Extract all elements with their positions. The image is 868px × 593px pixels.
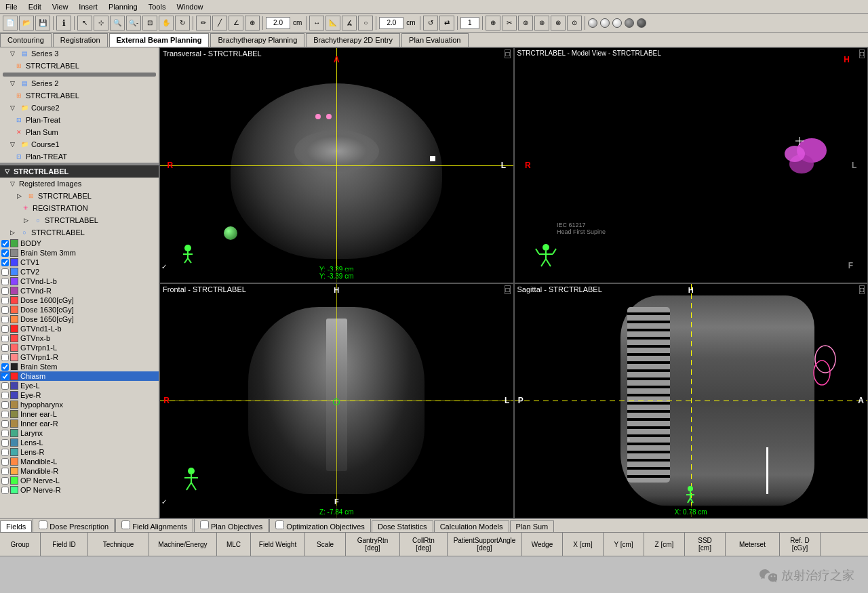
viewport-transversal[interactable]: Transversal - STRCTRLABEL □	[159, 47, 514, 283]
opnervel-check[interactable]	[1, 477, 9, 485]
info-icon[interactable]: ℹ	[56, 16, 71, 30]
struct-gtvrpn1r[interactable]: GTVrpn1-R	[0, 352, 159, 362]
struct-lensr[interactable]: Lens-R	[0, 447, 159, 457]
struct-dose1600[interactable]: Dose 1600[cGy]	[0, 295, 159, 305]
field-tab-opt-objectives[interactable]: Optimization Objectives	[269, 518, 371, 532]
ctv1-check[interactable]	[1, 259, 9, 266]
reset-icon[interactable]: ↺	[423, 16, 438, 30]
line-icon[interactable]: ╱	[212, 16, 227, 30]
circle-icon[interactable]: ○	[358, 16, 373, 30]
viewport-frontal[interactable]: Frontal - STRCTRLABEL □	[159, 283, 514, 519]
sync-icon[interactable]: ⇄	[439, 16, 454, 30]
crosshair-icon[interactable]: ⊕	[245, 16, 260, 30]
hypo-check[interactable]	[1, 401, 9, 409]
opt-obj-check[interactable]	[275, 520, 284, 529]
angle2-icon[interactable]: ∡	[342, 16, 357, 30]
struct-dose1630[interactable]: Dose 1630[cGy]	[0, 305, 159, 314]
gtvrpn1r-check[interactable]	[1, 354, 9, 361]
field-tab-plan-sum[interactable]: Plan Sum	[510, 520, 555, 532]
menu-edit[interactable]: Edit	[23, 1, 47, 12]
tree-item-plan-sum[interactable]: ✕ Plan Sum	[0, 126, 159, 138]
sphere3-icon[interactable]	[612, 18, 622, 28]
save-icon[interactable]: 💾	[35, 16, 50, 30]
struct-hypopharynx[interactable]: hypopharynx	[0, 400, 159, 409]
sphere1-icon[interactable]	[588, 18, 597, 28]
strctrlabel-set[interactable]: ▷ ○ STRCTRLABEL	[0, 226, 159, 239]
mandibler-check[interactable]	[1, 468, 9, 475]
viewport-sagittal[interactable]: Sagittal - STRCTRLABEL □	[514, 283, 869, 519]
menu-planning[interactable]: Planning	[103, 1, 143, 12]
opnerver-check[interactable]	[1, 487, 9, 494]
struct-ctvendr[interactable]: CTVnd-R	[0, 286, 159, 295]
mandiblel-check[interactable]	[1, 458, 9, 466]
tree-item-series2[interactable]: ▽ ▤ Series 2	[0, 77, 159, 89]
struct-gtvnd1lb[interactable]: GTVnd1-L-b	[0, 324, 159, 333]
open-icon[interactable]: 📂	[19, 16, 34, 30]
ctvndr-check[interactable]	[1, 287, 9, 295]
pan-icon[interactable]: ✋	[159, 16, 174, 30]
ctv2-check[interactable]	[1, 268, 9, 276]
viewport-model[interactable]: STRCTRLABEL - Model View - STRCTRLABEL □…	[514, 47, 869, 283]
viewport-transversal-maximize[interactable]: □	[505, 49, 510, 58]
field-tab-fields[interactable]: Fields	[0, 520, 32, 532]
struct-brainstem2[interactable]: Brain Stem	[0, 362, 159, 371]
struct-chiasm[interactable]: Chiasm	[0, 371, 159, 381]
struct-mandiblél[interactable]: Mandible-L	[0, 457, 159, 466]
reg-item[interactable]: ✳ REGISTRATION	[0, 202, 159, 214]
field-tab-dose-stats[interactable]: Dose Statistics	[372, 520, 433, 532]
struct-eyer[interactable]: Eye-R	[0, 390, 159, 400]
sphere5-icon[interactable]	[637, 18, 646, 28]
struct-lensl[interactable]: Lens-L	[0, 438, 159, 447]
zoom-out-icon[interactable]: 🔍-	[126, 16, 141, 30]
field-tab-plan-objectives[interactable]: Plan Objectives	[194, 518, 269, 532]
struct-opnervel[interactable]: OP Nerve-L	[0, 476, 159, 485]
zoom-in-icon[interactable]: 🔍	[110, 16, 125, 30]
struct-mandibler[interactable]: Mandible-R	[0, 466, 159, 476]
sphere2-icon[interactable]	[600, 18, 610, 28]
viewport-frontal-maximize[interactable]: □	[505, 285, 510, 294]
cursor-icon[interactable]: ↖	[77, 16, 92, 30]
struct-larynx[interactable]: Larynx	[0, 428, 159, 438]
eyel-check[interactable]	[1, 382, 9, 390]
beam-tool-icon[interactable]: ↔	[309, 16, 324, 30]
innerearl-check[interactable]	[1, 411, 9, 418]
larynx-check[interactable]	[1, 430, 9, 437]
struct-body[interactable]: BODY	[0, 239, 159, 248]
new-icon[interactable]: 📄	[3, 16, 18, 30]
struct-dose1650[interactable]: Dose 1650[cGy]	[0, 314, 159, 324]
tree-item-series3[interactable]: ▽ ▤ Series 3	[0, 47, 159, 60]
struct-gtvrpn1l[interactable]: GTVrpn1-L	[0, 343, 159, 352]
tab-external-beam[interactable]: External Beam Planning	[109, 33, 210, 47]
eyer-check[interactable]	[1, 392, 9, 399]
brainstem-check[interactable]	[1, 249, 9, 257]
gtvrpn1l-check[interactable]	[1, 344, 9, 352]
chiasm-check[interactable]	[1, 373, 9, 380]
struct-ctv2[interactable]: CTV2	[0, 267, 159, 277]
registered-images[interactable]: ▽ Registered Images	[0, 178, 159, 190]
struct-ctvndlb[interactable]: CTVnd-L-b	[0, 277, 159, 286]
tab-registration[interactable]: Registration	[53, 33, 108, 47]
beam5-icon[interactable]: ⊗	[551, 16, 566, 30]
tab-plan-eval[interactable]: Plan Evaluation	[401, 33, 468, 47]
struct-gtvnxb[interactable]: GTVnx-b	[0, 333, 159, 343]
menu-view[interactable]: View	[47, 1, 74, 12]
sphere4-icon[interactable]	[625, 18, 634, 28]
struct-innearr[interactable]: Inner ear-R	[0, 419, 159, 428]
struct-ctv1[interactable]: CTV1	[0, 258, 159, 267]
plan-obj-check[interactable]	[200, 520, 209, 529]
struct-opnerver[interactable]: OP Nerve-R	[0, 485, 159, 495]
slice-input[interactable]: 1	[460, 17, 479, 29]
tab-brachy-planning[interactable]: Brachytherapy Planning	[210, 33, 304, 47]
gtvnd1lb-check[interactable]	[1, 325, 9, 333]
tree-item-course1[interactable]: ▽ 📁 Course1	[0, 138, 159, 150]
ctvndlb-check[interactable]	[1, 278, 9, 285]
body-check[interactable]	[1, 240, 9, 247]
tree-item-plan-treat2[interactable]: ⊡ Plan-TREAT	[0, 150, 159, 163]
beam4-icon[interactable]: ⊛	[534, 16, 549, 30]
reg-strct[interactable]: ▷ ⊞ STRCTRLABEL	[0, 190, 159, 202]
viewport-model-maximize[interactable]: □	[859, 49, 865, 58]
measure-icon[interactable]: 📐	[326, 16, 340, 30]
dose1600-check[interactable]	[1, 297, 9, 304]
dose1630-check[interactable]	[1, 306, 9, 314]
field-tab-calc-models[interactable]: Calculation Models	[434, 520, 509, 532]
